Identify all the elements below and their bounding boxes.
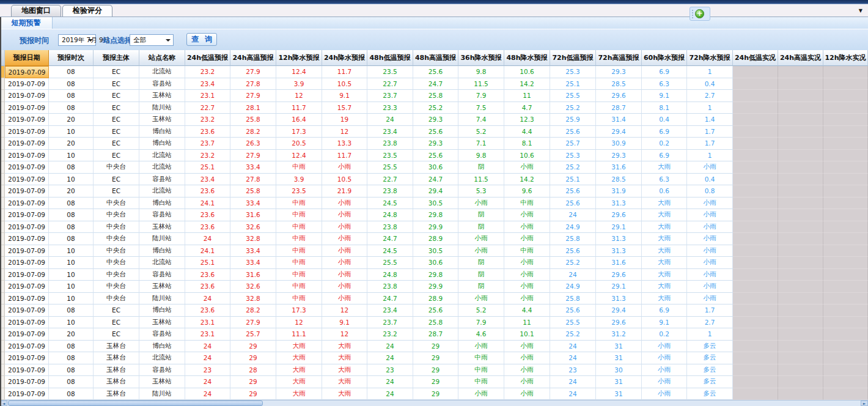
tab-map-window[interactable]: 地图窗口 (11, 5, 61, 17)
cell-12h降水实况[interactable] (823, 388, 868, 400)
cell-72h低温预报[interactable]: 25.2 (550, 328, 596, 341)
cell-站点名称[interactable]: 北流站 (139, 257, 185, 269)
cell-24h降水预报[interactable]: 9.1 (322, 90, 367, 102)
cell-12h降水预报[interactable]: 11.1 (276, 328, 322, 341)
cell-预报日期[interactable]: 2019-07-09 (5, 66, 49, 78)
cell-36h降水预报[interactable]: 小雨 (458, 388, 504, 400)
cell-24h高温预报[interactable]: 33.4 (230, 257, 276, 269)
cell-站点名称[interactable]: 博白站 (139, 138, 185, 150)
cell-72h高温预报[interactable]: 29.6 (596, 209, 642, 221)
cell-预报主体[interactable]: EC (94, 138, 139, 150)
cell-站点名称[interactable]: 北流站 (139, 161, 185, 174)
cell-24h降水预报[interactable]: 大雨 (322, 341, 367, 353)
cell-24h低温实况[interactable] (733, 102, 778, 114)
cell-24h降水预报[interactable]: 小雨 (322, 293, 367, 305)
cell-72h低温预报[interactable]: 25.8 (550, 233, 596, 245)
cell-36h降水预报[interactable]: 5.2 (458, 304, 504, 317)
cell-24h低温预报[interactable]: 23.2 (185, 114, 230, 126)
cell-48h低温预报[interactable]: 22.7 (367, 78, 413, 90)
cell-预报日期[interactable]: 2019-07-09 (5, 304, 49, 317)
cell-预报时次[interactable]: 20 (49, 328, 94, 341)
cell-站点名称[interactable]: 陆川站 (139, 102, 185, 114)
cell-预报日期[interactable]: 2019-07-09 (5, 376, 49, 388)
cell-48h降水预报[interactable]: 4.4 (504, 304, 550, 317)
cell-24h降水预报[interactable]: 小雨 (322, 281, 367, 293)
cell-24h低温预报[interactable]: 23.6 (185, 304, 230, 317)
cell-24h高温实况[interactable] (778, 114, 823, 126)
cell-60h降水预报[interactable]: 0.2 (642, 138, 687, 150)
cell-48h低温预报[interactable]: 24 (367, 352, 413, 364)
column-header-48h降水预报[interactable]: 48h降水预报 (504, 50, 550, 66)
cell-72h降水预报[interactable]: 多云 (687, 388, 733, 400)
cell-预报主体[interactable]: 玉林台 (94, 352, 139, 364)
cell-36h降水预报[interactable]: 阴 (458, 209, 504, 221)
cell-72h降水预报[interactable]: 小雨 (687, 233, 733, 245)
cell-48h降水预报[interactable]: 小雨 (504, 233, 550, 245)
cell-24h高温实况[interactable] (778, 388, 823, 400)
cell-24h高温预报[interactable]: 32.6 (230, 221, 276, 234)
cell-24h降水预报[interactable]: 小雨 (322, 209, 367, 221)
cell-24h低温实况[interactable] (733, 185, 778, 197)
cell-48h降水预报[interactable]: 中雨 (504, 197, 550, 210)
cell-预报时次[interactable]: 10 (49, 293, 94, 305)
cell-预报日期[interactable]: 2019-07-09 (5, 233, 49, 245)
cell-24h低温预报[interactable]: 23.1 (185, 317, 230, 329)
horizontal-scrollbar[interactable]: ◄ ► (0, 400, 868, 406)
cell-预报主体[interactable]: EC (94, 126, 139, 138)
cell-12h降水预报[interactable]: 中雨 (276, 197, 322, 210)
cell-72h低温预报[interactable]: 25.6 (550, 126, 596, 138)
cell-48h降水预报[interactable]: 小雨 (504, 221, 550, 234)
cell-48h降水预报[interactable]: 小雨 (504, 209, 550, 221)
cell-72h低温预报[interactable]: 25.2 (550, 257, 596, 269)
cell-24h降水预报[interactable]: 小雨 (322, 257, 367, 269)
cell-24h低温实况[interactable] (733, 66, 778, 78)
cell-24h降水预报[interactable]: 10.5 (322, 174, 367, 186)
cell-预报时次[interactable]: 08 (49, 221, 94, 234)
cell-48h高温预报[interactable]: 30.6 (413, 257, 458, 269)
cell-36h降水预报[interactable]: 11.5 (458, 78, 504, 90)
cell-24h低温实况[interactable] (733, 388, 778, 400)
cell-60h降水预报[interactable]: 大雨 (642, 245, 687, 257)
cell-12h降水实况[interactable] (823, 221, 868, 234)
cell-48h高温预报[interactable]: 25.6 (413, 66, 458, 78)
cell-24h低温预报[interactable]: 23.1 (185, 328, 230, 341)
cell-24h低温实况[interactable] (733, 78, 778, 90)
cell-24h高温预报[interactable]: 27.8 (230, 174, 276, 186)
cell-48h高温预报[interactable]: 24.7 (413, 174, 458, 186)
cell-72h降水预报[interactable]: 1 (687, 328, 733, 341)
cell-72h高温预报[interactable]: 29.4 (596, 304, 642, 317)
cell-48h高温预报[interactable]: 24.7 (413, 78, 458, 90)
cell-72h高温预报[interactable]: 29.3 (596, 150, 642, 162)
cell-60h降水预报[interactable]: 小雨 (642, 341, 687, 353)
cell-24h低温实况[interactable] (733, 150, 778, 162)
cell-72h降水预报[interactable]: 0.8 (687, 185, 733, 197)
cell-预报日期[interactable]: 2019-07-09 (5, 388, 49, 400)
cell-24h低温实况[interactable] (733, 281, 778, 293)
cell-48h低温预报[interactable]: 24 (367, 376, 413, 388)
cell-48h高温预报[interactable]: 25.6 (413, 150, 458, 162)
cell-48h低温预报[interactable]: 24.7 (367, 293, 413, 305)
cell-预报主体[interactable]: EC (94, 78, 139, 90)
cell-72h高温预报[interactable]: 31.3 (596, 197, 642, 210)
cell-72h低温预报[interactable]: 25.6 (550, 304, 596, 317)
cell-60h降水预报[interactable]: 小雨 (642, 376, 687, 388)
cell-预报主体[interactable]: EC (94, 114, 139, 126)
cell-12h降水实况[interactable] (823, 66, 868, 78)
cell-24h高温预报[interactable]: 33.4 (230, 245, 276, 257)
cell-48h降水预报[interactable]: 小雨 (504, 352, 550, 364)
cell-24h低温实况[interactable] (733, 126, 778, 138)
cell-24h高温实况[interactable] (778, 269, 823, 281)
cell-72h降水预报[interactable]: 小雨 (687, 293, 733, 305)
cell-站点名称[interactable]: 博白站 (139, 304, 185, 317)
cell-36h降水预报[interactable]: 7.5 (458, 102, 504, 114)
cell-预报主体[interactable]: EC (94, 150, 139, 162)
cell-72h高温预报[interactable]: 31.6 (596, 161, 642, 174)
cell-预报时次[interactable]: 10 (49, 281, 94, 293)
cell-站点名称[interactable]: 博白站 (139, 197, 185, 210)
cell-24h高温实况[interactable] (778, 352, 823, 364)
cell-24h降水预报[interactable]: 小雨 (322, 221, 367, 234)
cell-48h低温预报[interactable]: 25.5 (367, 161, 413, 174)
cell-72h降水预报[interactable]: 小雨 (687, 245, 733, 257)
cell-48h降水预报[interactable]: 4.4 (504, 126, 550, 138)
cell-24h低温预报[interactable]: 23.6 (185, 281, 230, 293)
